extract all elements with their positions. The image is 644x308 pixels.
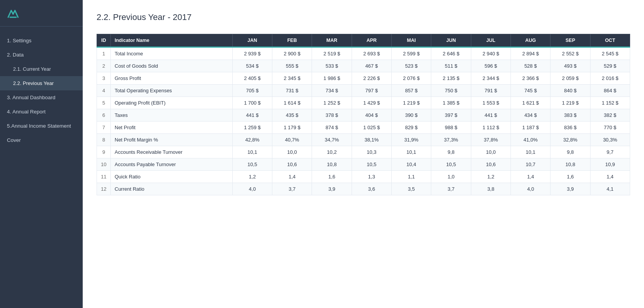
cell-apr: 1 025 $ — [352, 122, 391, 134]
cell-apr: 797 $ — [352, 85, 391, 97]
cell-name: Accounts Payable Turnover — [111, 158, 233, 171]
sidebar: 1. Settings2. Data2.1. Current Year2.2. … — [0, 0, 83, 308]
cell-id: 11 — [97, 171, 111, 183]
col-header-jul: JUL — [471, 34, 511, 47]
cell-apr: 10,3 — [352, 146, 391, 158]
cell-aug: 10,1 — [511, 146, 551, 158]
cell-aug: 41,0% — [511, 134, 551, 146]
cell-sep: 383 $ — [551, 109, 590, 122]
cell-mar: 2 519 $ — [312, 47, 352, 60]
cell-sep: 1 219 $ — [551, 97, 590, 109]
cell-mai: 857 $ — [392, 85, 431, 97]
sidebar-item-annual-report[interactable]: 4. Annual Report — [0, 105, 83, 119]
table-row: 11Quick Ratio1,21,41,61,31,11,01,21,41,6… — [97, 171, 630, 183]
cell-oct: 4,1 — [590, 183, 630, 195]
col-header-apr: APR — [352, 34, 391, 47]
col-header-mar: MAR — [312, 34, 352, 47]
cell-mai: 523 $ — [392, 60, 431, 72]
cell-feb: 10,0 — [272, 146, 312, 158]
sidebar-item-settings[interactable]: 1. Settings — [0, 33, 83, 48]
cell-aug: 528 $ — [511, 60, 551, 72]
cell-id: 8 — [97, 134, 111, 146]
cell-apr: 2 226 $ — [352, 72, 391, 85]
cell-jan: 1 700 $ — [232, 97, 272, 109]
sidebar-item-data[interactable]: 2. Data — [0, 48, 83, 62]
logo-area — [0, 0, 83, 27]
cell-jun: 37,3% — [431, 134, 471, 146]
cell-jun: 397 $ — [431, 109, 471, 122]
cell-oct: 9,7 — [590, 146, 630, 158]
col-header-id: ID — [97, 34, 111, 47]
sidebar-item-previous-year[interactable]: 2.2. Previous Year — [0, 76, 83, 90]
col-header-jan: JAN — [232, 34, 272, 47]
cell-name: Net Profit — [111, 122, 233, 134]
cell-jul: 10,0 — [471, 146, 511, 158]
cell-feb: 1,4 — [272, 171, 312, 183]
cell-jun: 750 $ — [431, 85, 471, 97]
cell-jan: 10,5 — [232, 158, 272, 171]
cell-aug: 2 366 $ — [511, 72, 551, 85]
sidebar-item-annual-dashboard[interactable]: 3. Annual Dashboard — [0, 90, 83, 105]
cell-sep: 493 $ — [551, 60, 590, 72]
cell-id: 2 — [97, 60, 111, 72]
cell-mai: 2 076 $ — [392, 72, 431, 85]
cell-sep: 2 552 $ — [551, 47, 590, 60]
cell-name: Taxes — [111, 109, 233, 122]
cell-id: 1 — [97, 47, 111, 60]
table-row: 7Net Profit1 259 $1 179 $874 $1 025 $829… — [97, 122, 630, 134]
cell-jan: 2 405 $ — [232, 72, 272, 85]
cell-mar: 874 $ — [312, 122, 352, 134]
cell-oct: 529 $ — [590, 60, 630, 72]
cell-jul: 1 112 $ — [471, 122, 511, 134]
cell-sep: 3,9 — [551, 183, 590, 195]
sidebar-item-cover[interactable]: Cover — [0, 133, 83, 147]
table-row: 4Total Operating Expenses705 $731 $734 $… — [97, 85, 630, 97]
table-row: 10Accounts Payable Turnover10,510,610,81… — [97, 158, 630, 171]
cell-mai: 390 $ — [392, 109, 431, 122]
cell-id: 7 — [97, 122, 111, 134]
cell-mar: 3,9 — [312, 183, 352, 195]
cell-name: Quick Ratio — [111, 171, 233, 183]
cell-aug: 1 187 $ — [511, 122, 551, 134]
cell-mar: 533 $ — [312, 60, 352, 72]
cell-jan: 4,0 — [232, 183, 272, 195]
cell-mar: 378 $ — [312, 109, 352, 122]
cell-mar: 734 $ — [312, 85, 352, 97]
col-header-jun: JUN — [431, 34, 471, 47]
cell-jan: 10,1 — [232, 146, 272, 158]
table-row: 3Gross Profit2 405 $2 345 $1 986 $2 226 … — [97, 72, 630, 85]
adnia-logo-icon — [7, 8, 19, 19]
cell-jun: 511 $ — [431, 60, 471, 72]
cell-oct: 2 016 $ — [590, 72, 630, 85]
col-header-oct: OCT — [590, 34, 630, 47]
cell-oct: 1,4 — [590, 171, 630, 183]
table-row: 2Cost of Goods Sold534 $555 $533 $467 $5… — [97, 60, 630, 72]
cell-jan: 1 259 $ — [232, 122, 272, 134]
cell-apr: 1,3 — [352, 171, 391, 183]
cell-id: 6 — [97, 109, 111, 122]
cell-sep: 10,8 — [551, 158, 590, 171]
cell-jan: 2 939 $ — [232, 47, 272, 60]
cell-oct: 770 $ — [590, 122, 630, 134]
cell-jul: 596 $ — [471, 60, 511, 72]
cell-jan: 42,8% — [232, 134, 272, 146]
cell-mai: 10,1 — [392, 146, 431, 158]
cell-aug: 10,7 — [511, 158, 551, 171]
cell-apr: 1 429 $ — [352, 97, 391, 109]
cell-name: Gross Profit — [111, 72, 233, 85]
cell-aug: 434 $ — [511, 109, 551, 122]
cell-jan: 534 $ — [232, 60, 272, 72]
sidebar-item-annual-income[interactable]: 5.Annual Income Statement — [0, 119, 83, 133]
cell-jul: 10,6 — [471, 158, 511, 171]
cell-id: 3 — [97, 72, 111, 85]
cell-feb: 10,6 — [272, 158, 312, 171]
cell-apr: 38,1% — [352, 134, 391, 146]
cell-jul: 2 940 $ — [471, 47, 511, 60]
cell-mai: 1 219 $ — [392, 97, 431, 109]
cell-id: 5 — [97, 97, 111, 109]
cell-feb: 2 345 $ — [272, 72, 312, 85]
cell-jun: 2 135 $ — [431, 72, 471, 85]
cell-mar: 1 252 $ — [312, 97, 352, 109]
page-title: 2.2. Previous Year - 2017 — [97, 12, 630, 22]
sidebar-item-current-year[interactable]: 2.1. Current Year — [0, 62, 83, 76]
